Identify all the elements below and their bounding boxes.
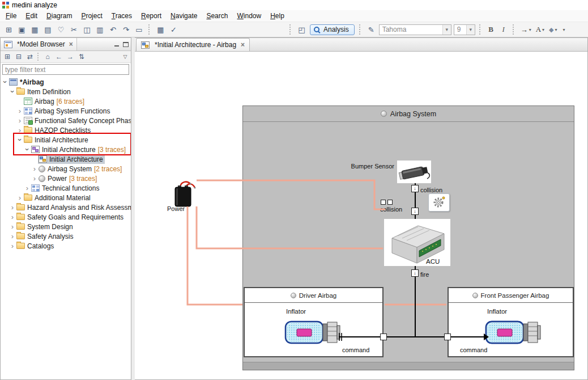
tree-item-power[interactable]: ›Power[3 traces] [1,174,131,183]
collision-note-box[interactable] [428,193,450,212]
chevron-down-icon[interactable]: ▾ [529,27,531,32]
paste-icon[interactable]: ▥ [93,23,106,36]
menu-file[interactable]: File [1,11,21,21]
tree-item-technical-functions[interactable]: ›Technical functions [1,183,131,193]
expand-arrow-icon[interactable]: › [16,116,23,125]
new-wizard-icon[interactable]: ⊞ [2,23,15,36]
toolbar-overflow-menu[interactable]: ▾ [561,24,566,35]
collapse-arrow-icon[interactable]: › [8,88,17,95]
analysis-toggle-button[interactable]: Analysis [310,24,355,35]
power-supply-image[interactable] [172,180,196,208]
expand-arrow-icon[interactable]: › [9,203,16,212]
tree-item-initial-architecture[interactable]: ›Initial Architecture[3 traces] [1,145,131,154]
menu-navigate[interactable]: Navigate [166,11,202,21]
expand-arrow-icon[interactable]: › [24,184,31,192]
collision-out-port[interactable]: ↓ [411,185,419,192]
bumper-sensor-image[interactable] [397,161,431,183]
tree-item-airbag[interactable]: Airbag[6 traces] [1,96,131,106]
menu-help[interactable]: Help [266,11,289,21]
driver-inflator-image[interactable] [284,318,342,347]
model-browser-tab[interactable]: *Model Browser × [1,38,77,50]
menu-project[interactable]: Project [76,11,106,21]
close-icon[interactable]: × [241,41,245,49]
menu-window[interactable]: Window [232,11,266,21]
chevron-down-icon[interactable]: ▾ [563,27,565,32]
chevron-down-icon[interactable]: ▾ [555,27,557,32]
collision-side-port[interactable] [381,200,386,205]
collision-in-port[interactable]: ↓ [411,208,419,215]
tree-item-airbag-system-functions[interactable]: ›Airbag System Functions [1,106,131,116]
tree-item-additional-material[interactable]: ›Additional Material [1,193,131,202]
menu-diagram[interactable]: Diagram [42,11,76,21]
tree-filter-input[interactable] [2,64,129,75]
expand-arrow-icon[interactable]: › [9,232,16,240]
menu-edit[interactable]: Edit [21,11,42,21]
tree-item-functional-safety-concept-phase[interactable]: ›Functional Safety Concept Phase [1,116,131,125]
bold-button[interactable]: B [485,24,497,35]
format-pencil-icon[interactable]: ✎ [365,23,378,36]
collapse-arrow-icon[interactable]: › [23,146,32,153]
font-color-tool[interactable]: A ▾ [535,24,546,35]
validate-check-icon[interactable]: ✓ [167,23,180,36]
fill-color-tool[interactable]: ◆ ▾ [548,24,558,35]
favorites-icon[interactable]: ♡ [54,23,67,36]
copy-icon[interactable]: ◫ [80,23,93,36]
print-icon[interactable]: ▤ [41,23,54,36]
link-with-editor-icon[interactable]: ⇄ [24,52,36,62]
expand-all-icon[interactable]: ⊞ [2,52,13,62]
collapse-all-icon[interactable]: ⊟ [13,52,24,62]
table-view-icon[interactable]: ▦ [154,23,167,36]
close-icon[interactable]: × [69,40,73,48]
maximize-view-button[interactable] [122,41,129,48]
expand-arrow-icon[interactable]: › [9,213,16,221]
tree-item-safety-goals-and-requirements[interactable]: ›Safety Goals and Requirements [1,212,131,222]
tree-item-initial-architecture[interactable]: Initial Architecture [1,154,131,164]
menu-search[interactable]: Search [202,11,232,21]
collapse-arrow-icon[interactable]: › [1,79,10,86]
tree-item-initial-architecture[interactable]: ›Initial Architecture [1,135,131,145]
menu-traces[interactable]: Traces [107,11,137,21]
expand-arrow-icon[interactable]: › [9,242,16,250]
back-arrow-icon[interactable]: ← [53,52,65,62]
forward-arrow-icon[interactable]: → [65,52,76,62]
diagram-canvas[interactable]: Airbag System Driver Airbag Front Passe [135,52,587,379]
tree-item-system-design[interactable]: ›System Design [1,222,131,231]
passenger-command-port[interactable] [444,333,451,340]
expand-arrow-icon[interactable]: › [16,126,23,134]
expand-arrow-icon[interactable]: › [16,107,23,115]
sort-icon[interactable]: ⇅ [76,52,87,62]
tree-item--airbag[interactable]: ›*Airbag [1,77,131,87]
chevron-down-icon[interactable]: ▾ [442,25,451,35]
menu-report[interactable]: Report [137,11,166,21]
tree-item-item-definition[interactable]: ›Item Definition [1,87,131,96]
passenger-inflator-image[interactable] [485,318,543,347]
tree-item-hazop-checklists[interactable]: ›HAZOP Checklists [1,125,131,135]
font-family-select[interactable]: Tahoma ▾ [379,24,451,35]
tree-item-catalogs[interactable]: ›Catalogs [1,241,131,251]
view-menu-icon[interactable]: ▽ [121,54,130,60]
diagram-overview-icon[interactable]: ◰ [295,23,308,36]
chevron-down-icon[interactable]: ▾ [542,27,544,32]
expand-arrow-icon[interactable]: › [31,164,38,173]
redo-icon[interactable]: ↷ [120,23,133,36]
font-size-select[interactable]: 9 ▾ [454,24,475,35]
minimize-view-button[interactable] [113,41,120,48]
chevron-down-icon[interactable]: ▾ [466,25,475,35]
undo-icon[interactable]: ↶ [106,23,120,36]
acu-image[interactable] [384,219,450,266]
home-icon[interactable]: ⌂ [42,52,53,62]
expand-arrow-icon[interactable]: › [16,193,23,202]
save-icon[interactable]: ▣ [15,23,28,36]
driver-command-port[interactable] [380,333,387,340]
tree-item-airbag-system[interactable]: ›Airbag System[2 traces] [1,164,131,174]
expand-arrow-icon[interactable]: › [9,222,16,231]
connector-style-tool[interactable]: → ▾ [519,24,532,35]
expand-arrow-icon[interactable]: › [31,174,38,183]
editor-tab-initial-architecture[interactable]: *Initial Architecture - Airbag × [136,38,250,51]
tree-item-safety-analysis[interactable]: ›Safety Analysis [1,231,131,241]
cut-icon[interactable]: ✂ [67,23,80,36]
fire-port[interactable]: ↓ [411,269,419,277]
collision-side-port[interactable] [387,200,393,205]
italic-button[interactable]: I [498,24,509,35]
tree-item-hazard-analysis-and-risk-assessment[interactable]: ›Hazard Analysis and Risk Assessment [1,202,131,212]
